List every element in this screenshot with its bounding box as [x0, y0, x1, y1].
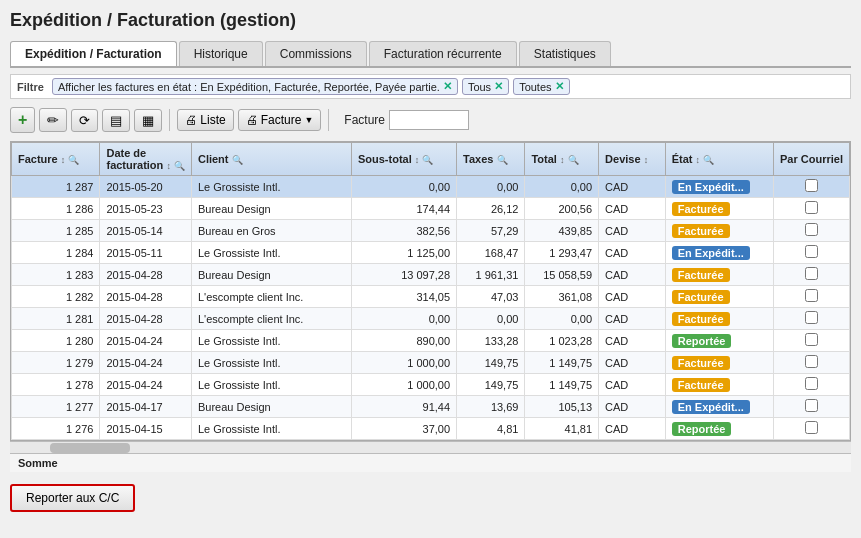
sort-date-icon[interactable]: ↕ [166, 161, 171, 171]
table-row[interactable]: 1 276 2015-04-15 Le Grossiste Intl. 37,0… [12, 418, 850, 440]
table-row[interactable]: 1 282 2015-04-28 L'escompte client Inc. … [12, 286, 850, 308]
cell-courriel[interactable] [774, 418, 850, 440]
filter-total-icon[interactable]: 🔍 [568, 155, 579, 165]
table-row[interactable]: 1 280 2015-04-24 Le Grossiste Intl. 890,… [12, 330, 850, 352]
col-header-etat[interactable]: État ↕ 🔍 [665, 143, 773, 176]
sort-etat-icon[interactable]: ↕ [696, 155, 701, 165]
courriel-checkbox[interactable] [805, 399, 818, 412]
table-row[interactable]: 1 279 2015-04-24 Le Grossiste Intl. 1 00… [12, 352, 850, 374]
filter-tag-2[interactable]: Tous ✕ [462, 78, 509, 95]
sort-sous-total-icon[interactable]: ↕ [415, 155, 420, 165]
courriel-checkbox[interactable] [805, 201, 818, 214]
facture-dropdown-button[interactable]: 🖨 Facture ▼ [238, 109, 322, 131]
main-window: Expédition / Facturation (gestion) Expéd… [0, 0, 861, 538]
cell-courriel[interactable] [774, 264, 850, 286]
refresh-icon: ⟳ [79, 113, 90, 128]
col-date-label: Date defacturation [106, 147, 163, 171]
cell-devise: CAD [599, 198, 666, 220]
grid-view-button[interactable]: ▦ [134, 109, 162, 132]
filter-tag-3[interactable]: Toutes ✕ [513, 78, 569, 95]
cell-facture: 1 279 [12, 352, 100, 374]
table-row[interactable]: 1 284 2015-05-11 Le Grossiste Intl. 1 12… [12, 242, 850, 264]
table-row[interactable]: 1 283 2015-04-28 Bureau Design 13 097,28… [12, 264, 850, 286]
courriel-checkbox[interactable] [805, 245, 818, 258]
cell-courriel[interactable] [774, 308, 850, 330]
cell-courriel[interactable] [774, 176, 850, 198]
filter-tag-1-close[interactable]: ✕ [443, 80, 452, 93]
filter-etat-icon[interactable]: 🔍 [703, 155, 714, 165]
filter-facture-icon[interactable]: 🔍 [68, 155, 79, 165]
add-button[interactable]: + [10, 107, 35, 133]
tab-historique[interactable]: Historique [179, 41, 263, 66]
reporter-button[interactable]: Reporter aux C/C [10, 484, 135, 512]
toolbar-separator-2 [328, 109, 329, 131]
cell-courriel[interactable] [774, 374, 850, 396]
cell-courriel[interactable] [774, 242, 850, 264]
cell-facture: 1 286 [12, 198, 100, 220]
sort-total-icon[interactable]: ↕ [560, 155, 565, 165]
courriel-checkbox[interactable] [805, 311, 818, 324]
cell-etat: Facturée [665, 286, 773, 308]
liste-button[interactable]: 🖨 Liste [177, 109, 233, 131]
courriel-checkbox[interactable] [805, 289, 818, 302]
filter-date-icon[interactable]: 🔍 [174, 161, 185, 171]
cell-sous-total: 314,05 [351, 286, 456, 308]
table-row[interactable]: 1 278 2015-04-24 Le Grossiste Intl. 1 00… [12, 374, 850, 396]
courriel-checkbox[interactable] [805, 377, 818, 390]
table-row[interactable]: 1 285 2015-05-14 Bureau en Gros 382,56 5… [12, 220, 850, 242]
cell-courriel[interactable] [774, 286, 850, 308]
tab-expedition[interactable]: Expédition / Facturation [10, 41, 177, 66]
col-header-taxes[interactable]: Taxes 🔍 [457, 143, 525, 176]
edit-button[interactable]: ✏ [39, 108, 67, 132]
tab-facturation-recurrente[interactable]: Facturation récurrente [369, 41, 517, 66]
cell-courriel[interactable] [774, 198, 850, 220]
cell-facture: 1 282 [12, 286, 100, 308]
cell-taxes: 1 961,31 [457, 264, 525, 286]
sort-devise-icon[interactable]: ↕ [644, 155, 649, 165]
filter-tag-2-close[interactable]: ✕ [494, 80, 503, 93]
tab-commissions[interactable]: Commissions [265, 41, 367, 66]
col-sous-total-label: Sous-total [358, 153, 412, 165]
filter-sous-total-icon[interactable]: 🔍 [422, 155, 433, 165]
table-row[interactable]: 1 281 2015-04-28 L'escompte client Inc. … [12, 308, 850, 330]
tab-statistiques[interactable]: Statistiques [519, 41, 611, 66]
filter-client-icon[interactable]: 🔍 [232, 155, 243, 165]
cell-total: 1 293,47 [525, 242, 599, 264]
printer2-icon: 🖨 [246, 113, 258, 127]
cell-date: 2015-04-28 [100, 286, 191, 308]
cell-client: Le Grossiste Intl. [191, 374, 351, 396]
table-row[interactable]: 1 286 2015-05-23 Bureau Design 174,44 26… [12, 198, 850, 220]
liste-label: Liste [200, 113, 225, 127]
col-header-date[interactable]: Date defacturation ↕ 🔍 [100, 143, 191, 176]
col-header-total[interactable]: Total ↕ 🔍 [525, 143, 599, 176]
filter-tag-3-close[interactable]: ✕ [555, 80, 564, 93]
table-row[interactable]: 1 287 2015-05-20 Le Grossiste Intl. 0,00… [12, 176, 850, 198]
sort-facture-icon[interactable]: ↕ [61, 155, 66, 165]
refresh-button[interactable]: ⟳ [71, 109, 98, 132]
courriel-checkbox[interactable] [805, 421, 818, 434]
horizontal-scrollbar[interactable] [10, 441, 851, 453]
facture-input[interactable] [389, 110, 469, 130]
cell-total: 0,00 [525, 308, 599, 330]
table-row[interactable]: 1 277 2015-04-17 Bureau Design 91,44 13,… [12, 396, 850, 418]
col-header-facture[interactable]: Facture ↕ 🔍 [12, 143, 100, 176]
col-header-client[interactable]: Client 🔍 [191, 143, 351, 176]
col-header-sous-total[interactable]: Sous-total ↕ 🔍 [351, 143, 456, 176]
list-view-button[interactable]: ▤ [102, 109, 130, 132]
cell-courriel[interactable] [774, 396, 850, 418]
courriel-checkbox[interactable] [805, 223, 818, 236]
cell-total: 41,81 [525, 418, 599, 440]
cell-taxes: 149,75 [457, 352, 525, 374]
filter-taxes-icon[interactable]: 🔍 [497, 155, 508, 165]
cell-courriel[interactable] [774, 220, 850, 242]
courriel-checkbox[interactable] [805, 333, 818, 346]
cell-courriel[interactable] [774, 352, 850, 374]
filter-tag-1[interactable]: Afficher les factures en état : En Expéd… [52, 78, 458, 95]
courriel-checkbox[interactable] [805, 355, 818, 368]
col-header-devise[interactable]: Devise ↕ [599, 143, 666, 176]
courriel-checkbox[interactable] [805, 179, 818, 192]
facture-btn-label: Facture [261, 113, 302, 127]
courriel-checkbox[interactable] [805, 267, 818, 280]
cell-courriel[interactable] [774, 330, 850, 352]
cell-total: 105,13 [525, 396, 599, 418]
